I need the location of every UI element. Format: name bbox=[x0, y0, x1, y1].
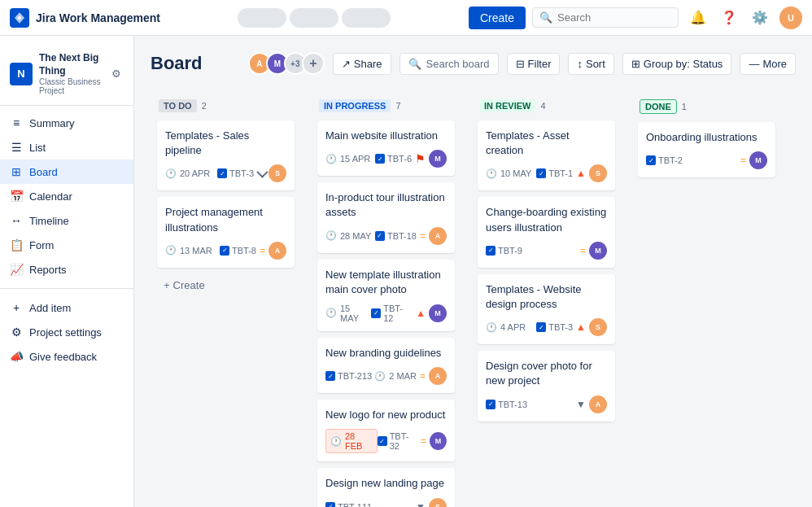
sort-button[interactable]: ↕ Sort bbox=[568, 53, 613, 75]
card-right: TBT-6 ⚑ M bbox=[375, 150, 447, 168]
card-tbt9[interactable]: Change-boarding existing users illustrat… bbox=[478, 197, 615, 267]
card-footer: 🕐 28 FEB TBT-32 = M bbox=[325, 429, 447, 453]
ticket-id: TBT-12 bbox=[371, 304, 413, 323]
ticket-checkbox-icon bbox=[220, 246, 229, 256]
ticket-id: TBT-3 bbox=[217, 168, 254, 178]
sidebar-item-project-settings[interactable]: ⚙ Project settings bbox=[0, 320, 133, 344]
card-tbt32[interactable]: New logo for new product 🕐 28 FEB TBT-32 bbox=[317, 400, 455, 461]
card-right: ▼ A bbox=[576, 396, 607, 413]
sidebar-item-form[interactable]: 📋 Form bbox=[0, 233, 133, 257]
assignee-avatar: A bbox=[589, 396, 607, 413]
card-tbt111[interactable]: Design new landing page TBT-111 ▼ S bbox=[317, 468, 455, 507]
card-title: Design new landing page bbox=[325, 476, 447, 491]
global-search[interactable]: 🔍 bbox=[532, 7, 679, 28]
ticket-checkbox-icon bbox=[371, 308, 381, 318]
sidebar-item-give-feedback[interactable]: 📣 Give feedback bbox=[0, 344, 133, 369]
assignee-avatar: A bbox=[429, 367, 447, 385]
card-right: ▼ S bbox=[416, 498, 447, 508]
sort-icon: ↕ bbox=[577, 58, 583, 70]
card-left: 🕐 28 MAY bbox=[325, 230, 371, 241]
search-board-button[interactable]: 🔍 Search board bbox=[399, 53, 499, 75]
assignee-avatar: A bbox=[429, 227, 447, 245]
sidebar-item-add-item[interactable]: + Add item bbox=[0, 295, 133, 320]
clock-icon: 🕐 bbox=[325, 308, 337, 318]
board-header: Board A M +3 + ↗ Share 🔍 Search board ⊟ … bbox=[151, 52, 796, 75]
sidebar-item-board[interactable]: ⊞ Board bbox=[0, 160, 133, 184]
ticket-id: TBT-32 bbox=[378, 431, 417, 451]
ticket-id: TBT-1 bbox=[536, 168, 573, 178]
card-right: TBT-8 = A bbox=[220, 242, 286, 260]
nav-pill-1[interactable] bbox=[238, 8, 286, 28]
filter-button[interactable]: ⊟ Filter bbox=[507, 53, 561, 75]
add-icon: + bbox=[10, 301, 23, 314]
sidebar: N The Next Big Thing Classic Business Pr… bbox=[0, 36, 134, 507]
feedback-icon: 📣 bbox=[10, 350, 23, 363]
card-left: 🕐 4 APR bbox=[486, 322, 526, 333]
card-title: New template illustration main cover pho… bbox=[325, 268, 447, 297]
summary-icon: ≡ bbox=[10, 116, 23, 129]
avatar-add[interactable]: + bbox=[302, 52, 325, 75]
card-left: TBT-2 bbox=[646, 155, 683, 165]
card-right: TBT-3 S bbox=[217, 164, 286, 182]
chevron-down-icon: ▼ bbox=[576, 399, 586, 410]
project-icon: N bbox=[10, 63, 33, 85]
clock-icon: 🕐 bbox=[486, 168, 497, 179]
clock-icon: 🕐 bbox=[374, 371, 386, 382]
ticket-checkbox-icon bbox=[646, 155, 656, 165]
card-tbt213[interactable]: New branding guidelines TBT-213 🕐 2 MAR bbox=[317, 338, 455, 393]
ticket-checkbox-icon bbox=[378, 436, 386, 446]
search-input[interactable] bbox=[557, 11, 671, 24]
group-status-button[interactable]: ⊞ Group by: Status bbox=[622, 53, 732, 75]
sidebar-item-label: Form bbox=[29, 239, 54, 251]
card-right: TBT-3 ▲ S bbox=[536, 318, 607, 336]
column-done: DONE 1 Onboarding illustrations TBT-2 = … bbox=[631, 91, 782, 192]
card-tbt1[interactable]: Templates - Asset creation 🕐 10 MAY TBT-… bbox=[478, 120, 615, 190]
card-tbt2[interactable]: Onboarding illustrations TBT-2 = M bbox=[638, 122, 775, 177]
ticket-checkbox-icon bbox=[486, 400, 495, 409]
card-date: 🕐 2 MAR bbox=[374, 371, 417, 382]
priority-equal-icon: = bbox=[260, 245, 265, 256]
card-tbt13[interactable]: Design cover photo for new project TBT-1… bbox=[478, 351, 615, 421]
reports-icon: 📈 bbox=[10, 263, 23, 276]
create-card-button[interactable]: + Create bbox=[157, 274, 295, 296]
nav-pill-3[interactable] bbox=[342, 8, 391, 28]
card-footer: TBT-213 🕐 2 MAR = A bbox=[325, 367, 447, 385]
settings-icon[interactable]: ⚙️ bbox=[749, 7, 771, 29]
user-avatar[interactable]: U bbox=[779, 7, 802, 29]
column-done-count: 1 bbox=[682, 102, 687, 111]
card-tbt18[interactable]: In-product tour illustration assets 🕐 28… bbox=[317, 182, 455, 252]
group-icon: ⊞ bbox=[631, 58, 640, 70]
card-tbt12[interactable]: New template illustration main cover pho… bbox=[317, 260, 455, 331]
create-button[interactable]: Create bbox=[469, 7, 526, 29]
assignee-avatar: S bbox=[589, 318, 607, 336]
app-logo[interactable] bbox=[10, 8, 29, 28]
card-tbt3-todo[interactable]: Templates - Sales pipeline 🕐 20 APR TBT-… bbox=[157, 120, 295, 190]
project-settings-icon[interactable]: ⚙ bbox=[109, 67, 124, 81]
card-title: Main website illustration bbox=[325, 129, 447, 143]
sidebar-item-calendar[interactable]: 📅 Calendar bbox=[0, 184, 133, 208]
priority-equal-icon: = bbox=[420, 230, 426, 242]
notifications-icon[interactable]: 🔔 bbox=[687, 7, 709, 29]
sidebar-item-reports[interactable]: 📈 Reports bbox=[0, 257, 133, 282]
card-right: 🕐 2 MAR = A bbox=[374, 367, 447, 385]
card-footer: 🕐 4 APR TBT-3 ▲ S bbox=[486, 318, 607, 336]
card-footer: 🕐 10 MAY TBT-1 ▲ S bbox=[486, 164, 607, 182]
card-left: 🕐 15 APR bbox=[325, 154, 370, 164]
card-footer: TBT-9 = M bbox=[486, 242, 607, 260]
sidebar-item-timeline[interactable]: ↔ Timeline bbox=[0, 208, 133, 233]
card-tbt8[interactable]: Project management illustrations 🕐 13 MA… bbox=[157, 197, 295, 267]
assignee-avatar: S bbox=[429, 498, 447, 508]
timeline-icon: ↔ bbox=[10, 214, 23, 227]
board-icon: ⊞ bbox=[10, 165, 23, 178]
sidebar-item-summary[interactable]: ≡ Summary bbox=[0, 111, 133, 135]
share-button[interactable]: ↗ Share bbox=[333, 53, 391, 75]
sidebar-item-label: Board bbox=[29, 166, 58, 178]
sidebar-item-list[interactable]: ☰ List bbox=[0, 135, 133, 160]
card-tbt3-inreview[interactable]: Templates - Website design process 🕐 4 A… bbox=[478, 274, 615, 344]
card-left: TBT-213 bbox=[325, 371, 372, 381]
card-title: Templates - Sales pipeline bbox=[165, 129, 286, 158]
help-icon[interactable]: ❓ bbox=[718, 7, 740, 29]
card-tbt6[interactable]: Main website illustration 🕐 15 APR TBT-6 bbox=[317, 120, 455, 176]
nav-pill-2[interactable] bbox=[290, 8, 338, 28]
more-button[interactable]: — More bbox=[740, 53, 796, 75]
